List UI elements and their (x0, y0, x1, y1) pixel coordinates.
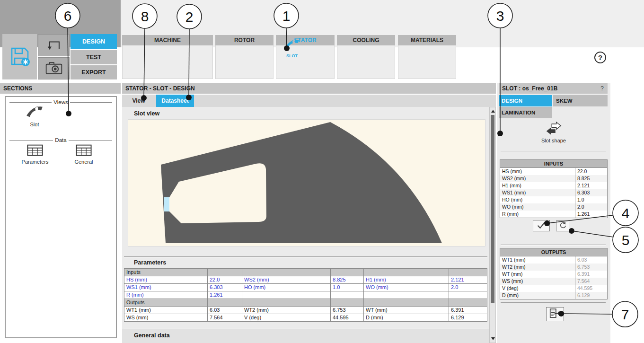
param-value: 6.391 (449, 307, 487, 314)
param-value[interactable]: 22.0 (207, 276, 242, 283)
table-row: WS1 (mm) 6.303 HO (mm) 1.0 WO (mm) 2.0 (124, 283, 487, 291)
tab-design[interactable]: DESIGN (499, 95, 552, 106)
param-value[interactable] (449, 291, 487, 299)
sidebar-slot-view-button[interactable]: Slot (16, 105, 53, 127)
help-button[interactable]: ? (594, 52, 606, 63)
ribbon-rotor-label: ROTOR (215, 35, 273, 45)
table-row: WT1 (mm) 6.03 WT2 (mm) 6.753 WT (mm) 6.3… (124, 306, 487, 314)
input-value[interactable]: 6.303 (575, 189, 607, 196)
table-section-row: Inputs (124, 269, 487, 276)
section-label: Inputs (124, 269, 207, 276)
param-value[interactable]: 2.121 (449, 276, 487, 283)
design-mode-button[interactable]: DESIGN (71, 34, 117, 49)
param-label: WS2 (mm) (242, 276, 330, 283)
sidebar-parameters-label: Parameters (14, 159, 56, 165)
ribbon-panel-stator[interactable]: STATOR SLOT (276, 35, 335, 79)
apply-button[interactable] (533, 220, 550, 231)
output-value: 6.391 (575, 271, 607, 278)
callout-number-7: 7 (621, 307, 629, 322)
output-label: WT1 (mm) (500, 256, 575, 264)
param-value: 44.595 (330, 314, 363, 321)
param-value: 6.03 (207, 307, 242, 314)
panel-help-button[interactable]: ? (600, 83, 604, 94)
tab-datasheet[interactable]: Datasheet (156, 95, 194, 107)
ribbon-panel-machine[interactable]: MACHINE (122, 35, 213, 79)
slot-shape-button[interactable]: Slot shape (535, 121, 573, 143)
scrollbar-thumb[interactable] (491, 115, 494, 303)
input-label: H1 (mm) (500, 182, 575, 189)
data-separator: Data (9, 137, 112, 143)
tab-view[interactable]: View (122, 95, 155, 107)
param-label: WT1 (mm) (124, 307, 207, 314)
slot-cross-section-drawing (128, 120, 486, 247)
callout-number-4: 4 (622, 205, 630, 221)
slot-icon (284, 45, 300, 52)
input-row: HO (mm) 1.0 (500, 196, 607, 203)
output-label: WT2 (mm) (500, 264, 575, 271)
input-value[interactable]: 2.0 (575, 203, 607, 211)
output-label: V (deg) (500, 285, 575, 292)
sidebar-parameters-button[interactable]: Parameters (14, 144, 56, 165)
param-value[interactable]: 8.825 (330, 276, 363, 283)
input-row: H1 (mm) 2.121 (500, 182, 607, 189)
export-document-icon (548, 308, 562, 320)
input-value[interactable]: 1.0 (575, 196, 607, 203)
param-value[interactable]: 2.0 (449, 284, 487, 291)
input-value[interactable]: 8.825 (575, 175, 607, 182)
sidebar-slot-label: Slot (16, 122, 53, 127)
input-label: HO (mm) (500, 196, 575, 203)
ribbon-panel-rotor[interactable]: ROTOR (215, 35, 273, 79)
callout-circle-4 (613, 200, 638, 226)
param-value[interactable]: 1.261 (207, 291, 242, 299)
slot-shape-icon (545, 130, 563, 136)
output-row: WS (mm) 7.564 (500, 278, 607, 285)
export-data-button[interactable] (546, 307, 564, 321)
param-value: 7.564 (207, 314, 242, 321)
snapshot-button[interactable] (38, 57, 70, 79)
return-arrow-button[interactable] (38, 34, 70, 56)
return-arrow-icon (44, 36, 63, 54)
tab-skew[interactable]: SKEW (553, 95, 608, 106)
scroll-down-arrow[interactable] (491, 337, 495, 340)
output-row: WT (mm) 6.391 (500, 271, 607, 278)
test-mode-button[interactable]: TEST (71, 50, 117, 64)
input-value[interactable]: 22.0 (575, 168, 607, 175)
stator-slot-ribbon-button[interactable]: SLOT (281, 38, 303, 58)
scroll-up-arrow[interactable] (491, 110, 495, 113)
reset-button[interactable] (556, 220, 569, 231)
slot-shape-label: Slot shape (535, 138, 573, 143)
param-value[interactable] (330, 291, 363, 299)
divider (501, 302, 606, 303)
table-row: WS (mm) 7.564 V (deg) 44.595 D (mm) 6.12… (124, 314, 487, 321)
vertical-scrollbar[interactable] (489, 107, 496, 343)
ribbon-panel-materials[interactable]: MATERIALS (398, 35, 456, 79)
parameters-table: Inputs HS (mm) 22.0 WS2 (mm) 8.825 H1 (m… (124, 268, 487, 322)
slot-icon-label: SLOT (281, 53, 303, 58)
param-value: 6.129 (449, 314, 487, 321)
tab-lamination[interactable]: LAMINATION (499, 107, 552, 118)
export-mode-button[interactable]: EXPORT (71, 65, 117, 79)
output-row: WT2 (mm) 6.753 (500, 264, 607, 271)
sidebar-general-button[interactable]: General (62, 144, 105, 165)
param-value[interactable]: 6.303 (207, 284, 242, 291)
table-row: R (mm) 1.261 (124, 291, 487, 299)
slot-editor-title: SLOT : os_Free_01B (502, 85, 557, 92)
param-label: HO (mm) (242, 284, 330, 291)
output-label: WS (mm) (500, 278, 575, 285)
input-row: R (mm) 1.261 (500, 211, 607, 218)
input-value[interactable]: 1.261 (575, 211, 607, 218)
param-label (363, 291, 449, 299)
ribbon-rotor-body (215, 45, 273, 79)
input-value[interactable]: 2.121 (575, 182, 607, 189)
param-value[interactable]: 1.0 (330, 284, 363, 291)
save-button[interactable] (2, 34, 37, 79)
output-value: 7.564 (575, 278, 607, 285)
output-row: D (mm) 6.129 (500, 292, 607, 299)
slot-view-canvas[interactable] (128, 119, 485, 246)
table-icon (27, 151, 43, 157)
ribbon-machine-label: MACHINE (122, 35, 213, 45)
general-data-strip (122, 329, 489, 343)
input-label: WO (mm) (500, 203, 575, 211)
application-window: DESIGN TEST EXPORT MACHINE ROTOR STATOR … (0, 0, 644, 343)
ribbon-panel-cooling[interactable]: COOLING (337, 35, 395, 79)
